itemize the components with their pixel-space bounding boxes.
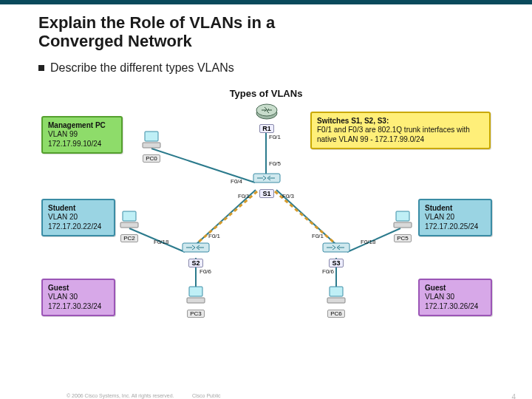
svg-rect-23: [330, 287, 343, 296]
legend-mgmt-vlan: VLAN 99: [48, 130, 116, 140]
port-s1-r1: F0/5: [269, 160, 281, 167]
svg-rect-20: [187, 298, 205, 303]
legend-guest-l-vlan: VLAN 30: [48, 293, 109, 302]
svg-rect-16: [143, 143, 160, 148]
legend-note: Switches S1, S2, S3: F0/1 and F0/3 are 8…: [310, 112, 491, 150]
legend-stu-r-ip: 172.17.20.25/24: [425, 222, 485, 232]
svg-rect-19: [189, 287, 202, 296]
port-s3-pc6: F0/6: [322, 268, 334, 275]
legend-stu-l-ip: 172.17.20.22/24: [48, 222, 109, 232]
legend-student-left: Student VLAN 20 172.17.20.22/24: [41, 199, 115, 237]
pc2: PC2: [117, 211, 142, 243]
port-s3-pc5: F0/18: [361, 239, 375, 245]
pc3-label: PC3: [187, 310, 205, 318]
switch-icon: [182, 240, 210, 255]
svg-rect-24: [327, 298, 345, 303]
router-r1-label: R1: [259, 124, 274, 133]
bullet-marker: [38, 65, 44, 71]
port-s2-pc2: F0/18: [154, 239, 168, 245]
svg-rect-22: [394, 222, 412, 228]
port-r1-s1: F0/1: [269, 134, 281, 140]
pc0: PC0: [139, 131, 164, 163]
page-title: Explain the Role of VLANs in a Converged…: [38, 13, 532, 51]
switch-s1: S1: [253, 171, 281, 199]
legend-student-right: Student VLAN 20 172.17.20.25/24: [418, 199, 492, 237]
router-r1: R1: [256, 103, 278, 134]
switch-s1-label: S1: [259, 189, 273, 198]
switch-s3: S3: [322, 240, 350, 268]
pc5: PC5: [390, 211, 415, 243]
legend-guest-r-ip: 172.17.30.26/24: [425, 302, 485, 312]
legend-guest-l-title: Guest: [48, 284, 109, 293]
switch-s3-label: S3: [329, 259, 343, 267]
svg-point-11: [256, 104, 277, 116]
legend-stu-l-title: Student: [48, 204, 109, 214]
legend-guest-left: Guest VLAN 30 172.17.30.23/24: [41, 279, 115, 317]
legend-mgmt-title: Management PC: [48, 121, 116, 131]
port-s3-s1: F0/1: [312, 233, 324, 239]
title-line2: Converged Network: [38, 32, 192, 50]
port-s1-left: F0/4: [231, 178, 242, 185]
legend-mgmt: Management PC VLAN 99 172.17.99.10/24: [41, 116, 123, 154]
bullet-row: Describe the different types VLANs: [38, 61, 532, 75]
pc5-label: PC5: [394, 234, 412, 242]
diagram-area: Types of VLANs Management PC VLAN 99 172…: [37, 88, 495, 339]
legend-guest-r-title: Guest: [425, 284, 485, 293]
top-accent-bar: [0, 0, 532, 4]
legend-stu-l-vlan: VLAN 20: [48, 213, 109, 222]
pc0-label: PC0: [143, 154, 160, 163]
pc-icon: [325, 286, 347, 305]
legend-stu-r-title: Student: [425, 204, 485, 214]
legend-stu-r-vlan: VLAN 20: [425, 213, 485, 222]
footer-public: Cisco Public: [192, 393, 221, 398]
port-s1-s3: F0/3: [282, 193, 294, 200]
svg-rect-18: [120, 222, 138, 228]
footer-page: 4: [511, 393, 516, 399]
bullet-text: Describe the different types VLANs: [50, 61, 234, 74]
router-icon: [256, 103, 278, 120]
legend-guest-l-ip: 172.17.30.23/24: [48, 302, 109, 312]
port-s2-s1: F0/1: [208, 233, 220, 239]
switch-icon: [253, 171, 281, 185]
legend-guest-right: Guest VLAN 30 172.17.30.26/24: [418, 279, 492, 317]
pc-icon: [185, 286, 207, 305]
pc6: PC6: [324, 286, 349, 318]
svg-rect-21: [396, 211, 409, 221]
svg-rect-15: [145, 132, 158, 141]
svg-rect-17: [123, 211, 136, 221]
port-s2-pc3: F0/6: [200, 268, 211, 275]
switch-s2-label: S2: [188, 259, 202, 267]
legend-note-line1: F0/1 and F0/3 are 802.1Q trunk interface…: [317, 126, 484, 135]
pc-icon: [392, 211, 414, 230]
footer-copyright: © 2006 Cisco Systems, Inc. All rights re…: [66, 393, 174, 398]
switch-icon: [322, 240, 350, 255]
pc-icon: [118, 211, 140, 230]
legend-note-line2: native VLAN 99 - 172.17.99.0/24: [317, 135, 484, 145]
legend-mgmt-ip: 172.17.99.10/24: [48, 140, 116, 149]
pc6-label: PC6: [327, 310, 345, 318]
legend-guest-r-vlan: VLAN 30: [425, 293, 485, 302]
legend-note-title: Switches S1, S2, S3:: [317, 117, 389, 125]
switch-s2: S2: [182, 240, 210, 268]
pc-icon: [140, 131, 163, 150]
title-line1: Explain the Role of VLANs in a: [38, 13, 275, 32]
pc2-label: PC2: [120, 234, 138, 242]
port-s1-s2: F0/1: [238, 193, 250, 200]
pc3: PC3: [183, 286, 208, 318]
